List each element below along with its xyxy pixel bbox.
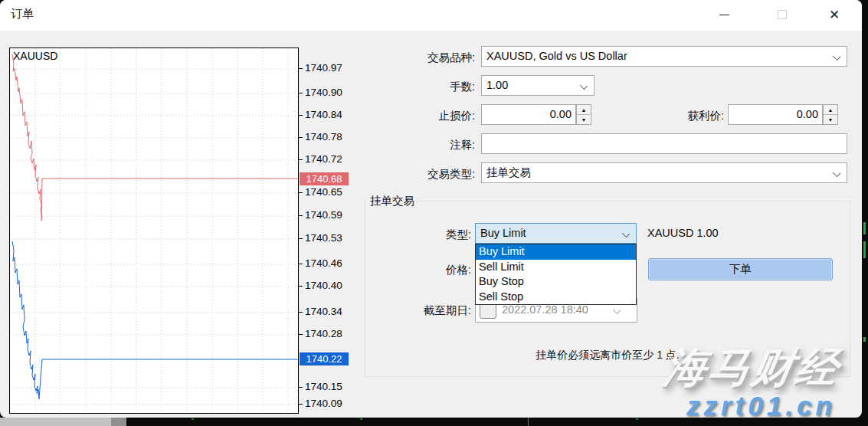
maximize-button[interactable] bbox=[765, 0, 800, 29]
candle-tick bbox=[192, 418, 194, 420]
chevron-down-icon bbox=[622, 230, 630, 238]
candle-tick bbox=[863, 222, 866, 234]
candle-tick bbox=[360, 418, 362, 420]
chevron-down-icon bbox=[833, 53, 840, 61]
order-summary: XAUUSD 1.00 bbox=[647, 227, 719, 239]
trade-type-select[interactable]: 挂单交易 bbox=[481, 162, 847, 183]
scale-price-label: 1740.84 bbox=[305, 109, 352, 120]
order-type-combobox[interactable]: Buy Limit bbox=[475, 223, 637, 244]
volume-value: 1.00 bbox=[486, 79, 508, 91]
expiry-label: 截至期日: bbox=[337, 303, 471, 318]
order-type-option[interactable]: Buy Stop bbox=[476, 274, 636, 290]
order-type-option[interactable]: Buy Limit bbox=[476, 244, 636, 260]
scale-price-label: 1740.78 bbox=[305, 131, 352, 143]
stop-loss-label: 止损价: bbox=[360, 109, 475, 123]
bid-price-tag: 1740.22 bbox=[300, 352, 349, 365]
scale-price-label: 1740.09 bbox=[305, 398, 352, 409]
take-profit-input[interactable]: 0.00 bbox=[728, 104, 823, 125]
order-type-label: 类型: bbox=[360, 228, 471, 242]
scale-price-label: 1740.53 bbox=[305, 232, 352, 244]
scale-tick bbox=[299, 137, 303, 138]
comment-label: 注释: bbox=[360, 138, 475, 152]
watermark-url: zzrt01.cn bbox=[686, 391, 836, 421]
chevron-down-icon bbox=[613, 306, 621, 314]
scale-tick bbox=[299, 312, 303, 313]
chevron-down-icon bbox=[580, 82, 588, 90]
trade-type-value: 挂单交易 bbox=[486, 166, 531, 179]
watermark-brand: 海马财经 bbox=[660, 340, 845, 396]
ask-price-tag: 1740.68 bbox=[300, 172, 349, 185]
scale-tick bbox=[299, 159, 303, 160]
volume-label: 手数: bbox=[360, 80, 475, 94]
scale-price-label: 1740.65 bbox=[305, 186, 352, 198]
price-label: 价格: bbox=[360, 263, 471, 277]
candle-tick bbox=[863, 337, 866, 342]
stop-loss-stepper[interactable]: ▲ ▼ bbox=[576, 104, 591, 125]
scale-tick bbox=[299, 286, 303, 287]
scale-price-label: 1740.72 bbox=[305, 153, 352, 165]
place-order-button[interactable]: 下单 bbox=[648, 258, 833, 280]
chart-symbol-label: XAUUSD bbox=[13, 50, 57, 62]
scale-tick bbox=[299, 404, 303, 405]
scale-price-label: 1740.90 bbox=[305, 87, 352, 98]
minimize-icon bbox=[719, 15, 729, 15]
pending-order-group-title: 挂单交易 bbox=[366, 194, 418, 208]
scale-price-label: 1740.46 bbox=[305, 257, 352, 269]
symbol-select[interactable]: XAUUSD, Gold vs US Dollar bbox=[481, 46, 847, 67]
expiry-value: 2022.07.28 18:40 bbox=[502, 303, 614, 316]
scale-tick bbox=[299, 68, 303, 69]
take-profit-label: 获利价: bbox=[628, 109, 724, 123]
symbol-value: XAUUSD, Gold vs US Dollar bbox=[486, 50, 627, 62]
candle-tick bbox=[863, 241, 866, 258]
chevron-down-icon bbox=[833, 169, 840, 177]
scale-tick bbox=[299, 334, 303, 335]
scale-tick bbox=[299, 264, 303, 264]
minimize-button[interactable] bbox=[706, 0, 742, 29]
close-icon: ✕ bbox=[829, 8, 840, 21]
background-chart-edge bbox=[862, 0, 868, 426]
order-type-option[interactable]: Sell Stop bbox=[476, 290, 636, 305]
volume-select[interactable]: 1.00 bbox=[481, 75, 594, 96]
candle-tick bbox=[528, 418, 529, 426]
scale-tick bbox=[299, 192, 303, 193]
maximize-icon bbox=[778, 10, 787, 19]
order-type-value: Buy Limit bbox=[480, 227, 526, 239]
spin-up-icon[interactable]: ▲ bbox=[577, 105, 591, 114]
background-window-edge bbox=[0, 418, 111, 426]
scale-tick bbox=[299, 387, 303, 388]
scale-price-label: 1740.15 bbox=[305, 381, 352, 392]
take-profit-stepper[interactable]: ▲ ▼ bbox=[823, 104, 838, 125]
spin-down-icon[interactable]: ▼ bbox=[824, 114, 837, 124]
window-title: 订单 bbox=[11, 7, 34, 21]
scale-price-label: 1740.97 bbox=[305, 62, 352, 74]
scale-tick bbox=[299, 215, 303, 216]
scale-tick bbox=[299, 93, 303, 93]
scale-tick bbox=[299, 238, 303, 239]
comment-input[interactable] bbox=[481, 133, 847, 154]
order-type-option[interactable]: Sell Limit bbox=[476, 260, 636, 275]
close-button[interactable]: ✕ bbox=[817, 0, 852, 29]
scale-price-label: 1740.28 bbox=[305, 328, 352, 339]
scale-price-label: 1740.40 bbox=[305, 280, 352, 291]
scale-tick bbox=[299, 115, 303, 116]
trade-type-label: 交易类型: bbox=[360, 167, 475, 182]
background-window-edge bbox=[111, 418, 126, 426]
spin-up-icon[interactable]: ▲ bbox=[824, 105, 837, 114]
spin-down-icon[interactable]: ▼ bbox=[577, 114, 591, 124]
tick-chart-canvas bbox=[10, 48, 298, 413]
tick-chart: XAUUSD bbox=[9, 48, 299, 414]
candle-tick bbox=[636, 418, 638, 420]
stop-loss-input[interactable]: 0.00 bbox=[481, 104, 576, 125]
scale-price-label: 1740.59 bbox=[305, 209, 352, 221]
symbol-label: 交易品种: bbox=[360, 51, 475, 65]
order-type-listbox: Buy LimitSell LimitBuy StopSell Stop bbox=[475, 244, 637, 305]
